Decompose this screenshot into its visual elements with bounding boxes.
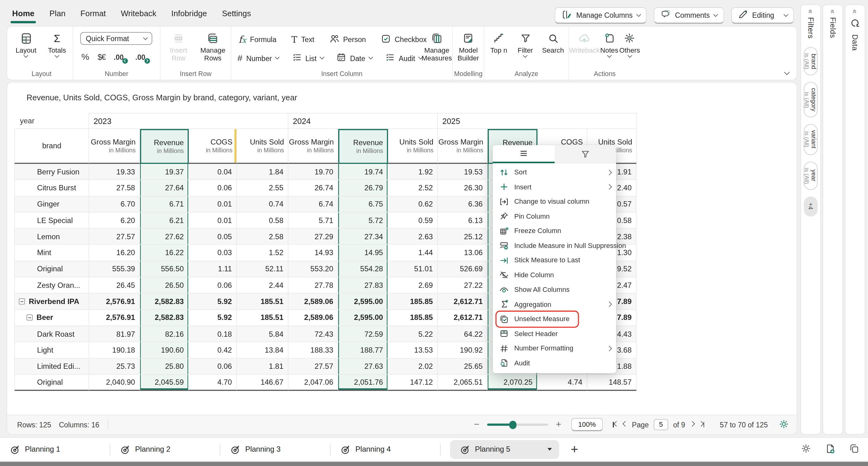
table-cell[interactable]: 26.45 bbox=[89, 278, 140, 294]
add-sheet-button[interactable]: + bbox=[570, 443, 578, 456]
table-cell[interactable]: 0.18 bbox=[189, 326, 237, 342]
manage-measures-button[interactable]: Manage Measures bbox=[422, 27, 451, 62]
table-cell[interactable]: 2,065.51 bbox=[438, 375, 488, 391]
zoom-slider-knob[interactable] bbox=[509, 421, 516, 429]
tab-dropdown-caret-icon[interactable] bbox=[548, 448, 552, 451]
table-cell[interactable]: 1.92 bbox=[388, 164, 438, 180]
table-cell[interactable]: 2,589.06 bbox=[288, 310, 338, 326]
table-cell[interactable]: 27.62 bbox=[140, 229, 189, 245]
table-cell[interactable]: 27.78 bbox=[288, 278, 338, 294]
table-cell[interactable]: 81.97 bbox=[89, 326, 140, 342]
table-cell[interactable]: 14.95 bbox=[338, 245, 388, 261]
table-cell[interactable]: 26.50 bbox=[140, 278, 189, 294]
table-cell[interactable]: 185.85 bbox=[388, 310, 438, 326]
table-cell[interactable]: 6.20 bbox=[89, 212, 140, 229]
sheet-tab-planning-4[interactable]: Planning 4 bbox=[331, 438, 441, 461]
menu-item-settings[interactable]: Settings bbox=[222, 9, 251, 18]
table-cell[interactable]: 0.06 bbox=[189, 180, 237, 196]
last-page-button[interactable] bbox=[699, 422, 704, 427]
table-cell[interactable]: 14.93 bbox=[288, 245, 338, 261]
insert-number-button[interactable]: # Number bbox=[238, 52, 279, 65]
table-cell[interactable]: 1.11 bbox=[189, 261, 237, 278]
table-cell[interactable]: 27.63 bbox=[338, 359, 388, 375]
menu-item-include-measure-in-null-suppression[interactable]: Include Measure in Null Suppression bbox=[493, 238, 616, 253]
insert-text-button[interactable]: T Text bbox=[291, 33, 314, 46]
sheet-tab-planning-1[interactable]: Planning 1 bbox=[0, 438, 110, 461]
table-cell[interactable]: 52.11 bbox=[237, 261, 288, 278]
sheet-tab-planning-3[interactable]: Planning 3 bbox=[220, 438, 331, 461]
table-cell[interactable]: 0.62 bbox=[388, 196, 438, 212]
table-cell[interactable]: 148.57 bbox=[587, 375, 637, 391]
search-button[interactable]: Search bbox=[539, 27, 567, 57]
table-cell[interactable]: 0.42 bbox=[189, 342, 237, 359]
table-cell[interactable]: 2,582.83 bbox=[140, 294, 189, 310]
model-builder-button[interactable]: Model Builder bbox=[454, 27, 483, 62]
year-header-2025[interactable]: 2025 bbox=[438, 113, 637, 129]
table-cell[interactable]: 0.01 bbox=[189, 212, 237, 229]
table-settings-gear-icon[interactable] bbox=[779, 419, 789, 431]
table-cell[interactable]: 0.58 bbox=[237, 212, 288, 229]
expand-fields-chevron-icon[interactable]: « bbox=[829, 9, 837, 13]
table-cell[interactable]: 5.71 bbox=[288, 212, 338, 229]
currency-format-button[interactable]: $€ bbox=[97, 53, 105, 61]
table-cell[interactable]: 27.57 bbox=[288, 359, 338, 375]
table-cell[interactable]: 188.77 bbox=[338, 342, 388, 359]
table-cell[interactable]: 2.55 bbox=[237, 180, 288, 196]
menu-item-insert[interactable]: Insert bbox=[493, 180, 616, 194]
table-cell[interactable]: 2.69 bbox=[388, 278, 438, 294]
table-cell[interactable]: 0.06 bbox=[189, 278, 237, 294]
table-cell[interactable]: 2.63 bbox=[388, 229, 438, 245]
table-cell[interactable]: 27.83 bbox=[338, 278, 388, 294]
row-header[interactable]: Limited Edi... bbox=[14, 359, 89, 375]
table-cell[interactable]: 27.57 bbox=[89, 229, 140, 245]
menu-item-writeback[interactable]: Writeback bbox=[121, 9, 156, 18]
measure-header-revenue-2023[interactable]: Revenuein Millions bbox=[140, 129, 189, 164]
table-cell[interactable]: 19.37 bbox=[140, 164, 189, 180]
table-cell[interactable]: 526.69 bbox=[438, 261, 488, 278]
table-cell[interactable]: 2,589.06 bbox=[288, 294, 338, 310]
table-cell[interactable]: 0.01 bbox=[189, 196, 237, 212]
insert-audit-button[interactable]: Audit bbox=[385, 52, 422, 65]
notes-button[interactable]: Notes bbox=[600, 27, 619, 57]
table-cell[interactable]: 2,047.06 bbox=[288, 375, 338, 391]
table-cell[interactable]: 4.74 bbox=[537, 375, 587, 391]
row-header[interactable]: Zesty Oran... bbox=[14, 278, 89, 294]
table-cell[interactable]: 27.29 bbox=[288, 229, 338, 245]
filter-button[interactable]: Filter bbox=[513, 27, 538, 57]
previous-page-button[interactable] bbox=[623, 424, 627, 426]
row-header[interactable]: −Riverbend IPA bbox=[14, 294, 89, 310]
row-header[interactable]: Berry Fusion bbox=[14, 164, 89, 180]
copy-sheet-icon[interactable] bbox=[849, 443, 859, 456]
measure-header-revenue-2024[interactable]: Revenuein Millions bbox=[338, 129, 388, 164]
table-cell[interactable]: 5.72 bbox=[338, 212, 388, 229]
table-cell[interactable]: 6.71 bbox=[140, 196, 189, 212]
filter-pill-year[interactable]: year is (All) bbox=[804, 161, 817, 190]
table-cell[interactable]: 6.74 bbox=[288, 196, 338, 212]
table-cell[interactable]: 2,070.25 bbox=[488, 375, 537, 391]
table-cell[interactable]: 25.80 bbox=[140, 359, 189, 375]
table-cell[interactable]: 2.58 bbox=[237, 229, 288, 245]
table-cell[interactable]: 2.44 bbox=[237, 278, 288, 294]
menu-item-select-header[interactable]: Select Header bbox=[493, 327, 616, 341]
editing-mode-button[interactable]: Editing bbox=[731, 7, 794, 24]
table-cell[interactable]: 19.33 bbox=[89, 164, 140, 180]
table-cell[interactable]: 25.73 bbox=[89, 359, 140, 375]
table-cell[interactable]: 51.01 bbox=[388, 261, 438, 278]
refresh-data-icon[interactable] bbox=[850, 19, 860, 30]
table-cell[interactable]: 2,595.00 bbox=[338, 294, 388, 310]
year-header-2024[interactable]: 2024 bbox=[288, 113, 438, 129]
save-as-new-icon[interactable] bbox=[825, 443, 835, 456]
increase-decimal-button[interactable]: .00 bbox=[135, 53, 145, 61]
year-header-2023[interactable]: 2023 bbox=[89, 113, 288, 129]
table-cell[interactable]: 2,040.90 bbox=[89, 375, 140, 391]
row-header[interactable]: LE Special bbox=[14, 212, 89, 229]
table-cell[interactable]: 185.51 bbox=[237, 310, 288, 326]
percent-format-button[interactable]: % bbox=[81, 52, 89, 62]
table-cell[interactable]: 6.75 bbox=[338, 196, 388, 212]
table-cell[interactable]: 553.20 bbox=[288, 261, 338, 278]
table-cell[interactable]: 1.84 bbox=[237, 164, 288, 180]
workbook-settings-gear-icon[interactable] bbox=[801, 443, 811, 456]
table-cell[interactable]: 6.70 bbox=[89, 196, 140, 212]
table-cell[interactable]: 0.06 bbox=[189, 359, 237, 375]
table-cell[interactable]: 554.28 bbox=[338, 261, 388, 278]
